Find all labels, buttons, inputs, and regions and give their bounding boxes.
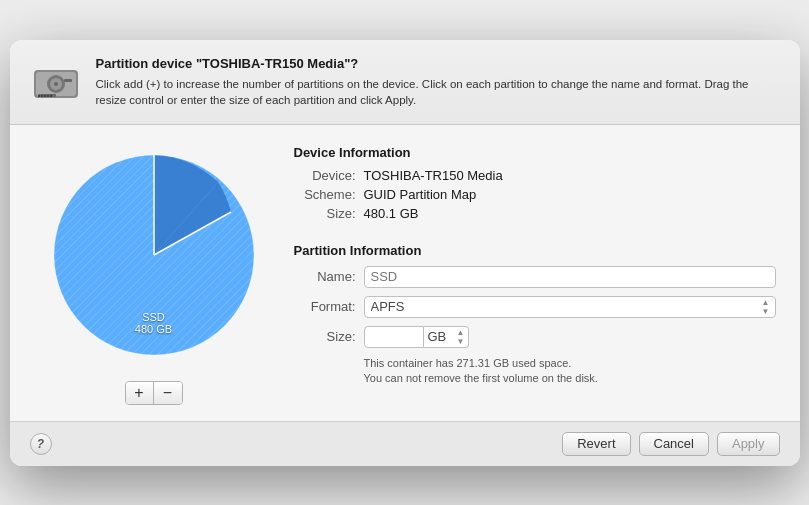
remove-partition-button[interactable]: − [154,382,182,404]
partition-controls: + − [125,381,183,405]
size-unit-select[interactable]: GB MB TB [424,326,469,348]
svg-rect-7 [38,95,40,97]
partition-info-section: Partition Information Name: Format: APFS [294,243,776,387]
dialog-description: Click add (+) to increase the number of … [96,76,780,109]
left-panel: SSD 480 GB + − [34,145,274,405]
device-info-section: Device Information Device: TOSHIBA-TR150… [294,145,776,239]
dialog-footer: ? Revert Cancel Apply [10,421,800,466]
name-row: Name: [294,266,776,288]
dialog-content: SSD 480 GB + − Device Information Device… [10,125,800,421]
format-select-wrapper: APFS Mac OS Extended (Journaled) ExFAT M… [364,296,776,318]
apply-button[interactable]: Apply [717,432,780,456]
svg-rect-11 [50,95,52,97]
right-panel: Device Information Device: TOSHIBA-TR150… [294,145,776,405]
name-label: Name: [294,269,364,284]
help-button[interactable]: ? [30,433,52,455]
size-label-device: Size: [294,206,364,221]
size-unit-wrapper: GB MB TB ▲ ▼ [424,326,469,348]
size-note: This container has 271.31 GB used space.… [364,356,776,387]
format-select[interactable]: APFS Mac OS Extended (Journaled) ExFAT M… [364,296,776,318]
size-input[interactable]: 480 [364,326,424,348]
svg-rect-9 [44,95,46,97]
svg-point-4 [54,82,58,86]
device-value: TOSHIBA-TR150 Media [364,168,776,183]
partition-dialog: Partition device "TOSHIBA-TR150 Media"? … [10,40,800,466]
dialog-title: Partition device "TOSHIBA-TR150 Media"? [96,56,780,71]
cancel-button[interactable]: Cancel [639,432,709,456]
svg-rect-5 [64,79,72,82]
svg-rect-8 [41,95,43,97]
dialog-header: Partition device "TOSHIBA-TR150 Media"? … [10,40,800,125]
revert-button[interactable]: Revert [562,432,630,456]
partition-info-title: Partition Information [294,243,776,258]
footer-left: ? [30,433,563,455]
device-info-table: Device: TOSHIBA-TR150 Media Scheme: GUID… [294,168,776,221]
size-note-line2: You can not remove the first volume on t… [364,371,776,386]
size-value-device: 480.1 GB [364,206,776,221]
scheme-label: Scheme: [294,187,364,202]
format-control: APFS Mac OS Extended (Journaled) ExFAT M… [364,296,776,318]
size-label-partition: Size: [294,329,364,344]
add-partition-button[interactable]: + [126,382,154,404]
partition-pie-chart[interactable] [44,145,264,365]
svg-rect-10 [47,95,49,97]
size-control: 480 GB MB TB ▲ ▼ [364,326,469,348]
name-control [364,266,776,288]
header-text: Partition device "TOSHIBA-TR150 Media"? … [96,56,780,109]
scheme-value: GUID Partition Map [364,187,776,202]
device-label: Device: [294,168,364,183]
name-input[interactable] [364,266,776,288]
pie-chart-container: SSD 480 GB [44,145,264,365]
format-row: Format: APFS Mac OS Extended (Journaled)… [294,296,776,318]
format-label: Format: [294,299,364,314]
size-row: Size: 480 GB MB TB ▲ ▼ [294,326,776,348]
footer-right: Revert Cancel Apply [562,432,779,456]
size-note-line1: This container has 271.31 GB used space. [364,356,776,371]
hdd-icon [30,58,82,110]
device-info-title: Device Information [294,145,776,160]
